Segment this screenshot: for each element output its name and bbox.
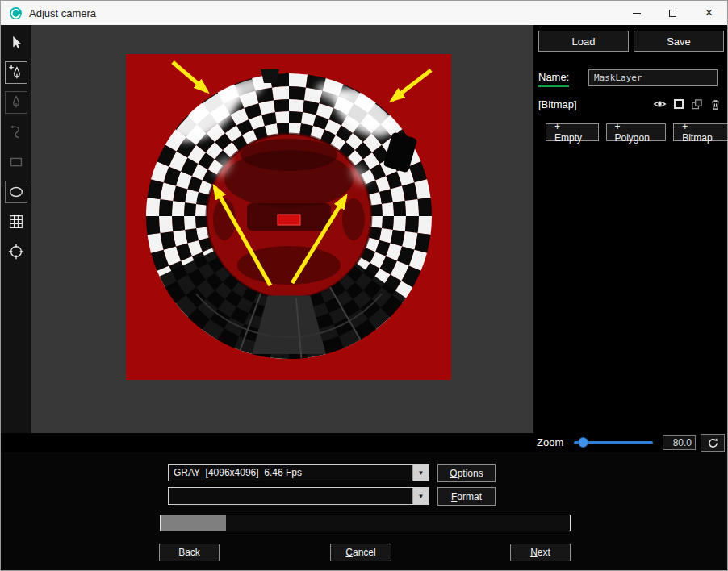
format-combobox[interactable]: ▼: [168, 487, 429, 505]
pen-tool-button[interactable]: [5, 91, 27, 114]
adjust-camera-window: Adjust camera ×: [0, 0, 728, 571]
maximize-icon: [669, 10, 676, 17]
select-tool-button[interactable]: [5, 31, 27, 54]
grid-tool-button[interactable]: [5, 210, 27, 233]
curve-icon: [7, 123, 25, 141]
minimize-icon: [633, 13, 641, 14]
capture-progress-bar: [160, 515, 571, 531]
add-layer-buttons: + Empty + Polygon + Bitmap: [546, 123, 728, 141]
pen-add-icon: [7, 64, 25, 81]
format-combo-value: [169, 488, 412, 504]
options-button[interactable]: Options: [437, 464, 496, 482]
zoom-slider[interactable]: [574, 435, 653, 451]
window-controls: ×: [618, 1, 727, 25]
zoom-bar: Zoom 80.0: [1, 433, 728, 452]
ellipse-tool-button[interactable]: [5, 181, 27, 203]
add-empty-button[interactable]: + Empty: [546, 123, 599, 141]
cursor-icon: [7, 34, 25, 52]
target-tool-button[interactable]: [5, 240, 27, 263]
trash-icon: [709, 98, 722, 110]
progress-fill: [161, 515, 226, 531]
layer-checkbox[interactable]: [672, 98, 685, 111]
canvas-viewport[interactable]: [31, 25, 533, 433]
app-logo-icon: [9, 6, 23, 20]
fisheye-camera-image[interactable]: [126, 54, 451, 380]
rectangle-tool-button[interactable]: [5, 151, 27, 173]
layer-name-label: Name:: [538, 71, 569, 87]
pen-icon: [7, 94, 25, 111]
dark-notch-top: [261, 69, 279, 83]
combo-dropdown-arrow-icon[interactable]: ▼: [412, 488, 429, 504]
curve-tool-button[interactable]: [5, 121, 27, 144]
duplicate-icon: [691, 98, 703, 110]
red-sign-in-scene: [278, 215, 300, 225]
layers-panel: Load Save Name: MaskLayer [Bitmap] + Emp…: [533, 25, 728, 433]
tool-palette: [1, 25, 31, 433]
duplicate-layer-button[interactable]: [690, 98, 704, 111]
layer-item-actions: [653, 98, 722, 111]
minimize-button[interactable]: [618, 1, 655, 25]
ellipse-icon: [7, 183, 25, 201]
zoom-slider-handle[interactable]: [578, 437, 588, 448]
rectangle-icon: [7, 153, 25, 171]
save-button[interactable]: Save: [634, 31, 724, 52]
capture-panel: GRAY [4096x4096] 6.46 Fps ▼ Options ▼ Fo…: [1, 452, 728, 571]
maximize-button[interactable]: [655, 1, 691, 25]
pen-add-tool-button[interactable]: [5, 61, 27, 84]
load-button[interactable]: Load: [538, 31, 629, 52]
titlebar: Adjust camera ×: [1, 1, 727, 25]
delete-layer-button[interactable]: [709, 98, 722, 111]
zoom-value-field[interactable]: 80.0: [663, 435, 696, 450]
next-button[interactable]: Next: [510, 544, 571, 561]
close-icon: ×: [705, 6, 713, 20]
checkbox-icon: [674, 99, 684, 109]
layer-item-label: [Bitmap]: [538, 98, 577, 110]
zoom-reset-button[interactable]: [701, 434, 725, 452]
layer-name-input[interactable]: MaskLayer: [588, 69, 718, 86]
camera-mode-value: GRAY [4096x4096] 6.46 Fps: [169, 465, 412, 481]
eye-icon: [653, 98, 667, 110]
add-polygon-button[interactable]: + Polygon: [606, 123, 667, 141]
close-button[interactable]: ×: [691, 1, 727, 25]
grid-icon: [7, 213, 25, 231]
cancel-button[interactable]: Cancel: [330, 544, 391, 561]
back-button[interactable]: Back: [159, 544, 220, 561]
format-button[interactable]: Format: [437, 487, 496, 506]
visibility-toggle[interactable]: [653, 98, 667, 111]
crosshair-circle-icon: [7, 243, 25, 260]
combo-dropdown-arrow-icon[interactable]: ▼: [412, 465, 429, 481]
camera-mode-combobox[interactable]: GRAY [4096x4096] 6.46 Fps ▼: [168, 464, 429, 481]
reset-zoom-icon: [707, 437, 719, 449]
window-title: Adjust camera: [29, 7, 96, 19]
zoom-label: Zoom: [537, 436, 563, 448]
layer-list-item[interactable]: [Bitmap]: [533, 94, 728, 114]
add-bitmap-button[interactable]: + Bitmap: [673, 123, 728, 141]
